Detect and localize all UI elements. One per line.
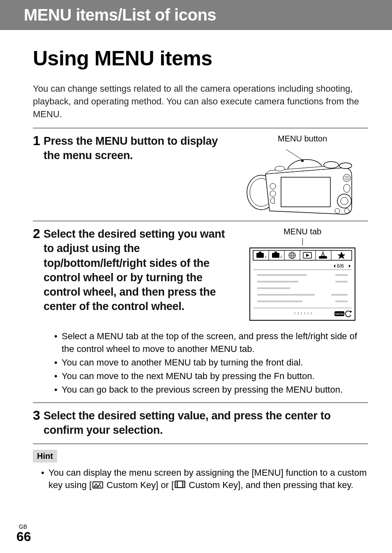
svg-rect-55	[311, 312, 312, 315]
svg-text:1: 1	[265, 255, 267, 259]
svg-text:2: 2	[280, 255, 282, 259]
step-2-bullet: You can go back to the previous screen b…	[54, 384, 368, 396]
pointer-line	[302, 238, 303, 245]
svg-rect-23	[256, 253, 264, 258]
hint-badge: Hint	[33, 450, 57, 463]
svg-rect-51	[297, 312, 299, 315]
step-2-instruction: Select the desired setting you want to a…	[44, 227, 228, 314]
step-2-number: 2	[33, 227, 40, 240]
svg-rect-6	[281, 177, 330, 207]
svg-rect-40	[257, 274, 307, 276]
svg-rect-35	[319, 256, 327, 259]
intro-paragraph: You can change settings related to all t…	[33, 83, 368, 120]
svg-point-3	[324, 162, 339, 168]
hint-bullets: You can display the menu screen by assig…	[33, 467, 368, 492]
svg-rect-42	[257, 281, 298, 282]
page-title: Using MENU items	[33, 46, 368, 70]
page-indicator-text: 6/6	[337, 263, 344, 269]
hint-section: Hint You can display the menu screen by …	[33, 450, 368, 492]
camera-illustration	[241, 145, 364, 215]
svg-rect-41	[335, 274, 348, 276]
svg-point-5	[275, 166, 285, 171]
hint-bullet: You can display the menu screen by assig…	[41, 467, 368, 492]
step-1-text-block: 1 Press the MENU button to display the m…	[33, 134, 228, 163]
svg-rect-53	[304, 312, 305, 315]
page-content: Using MENU items You can change settings…	[0, 30, 392, 492]
hint-text-part: Custom Key] or [	[104, 480, 174, 490]
step-3-instruction: Select the desired setting value, and pr…	[44, 409, 368, 437]
step-2-bullet: Select a MENU tab at the top of the scre…	[54, 330, 368, 356]
step-1-figure: MENU button	[237, 134, 368, 215]
svg-rect-47	[257, 301, 302, 302]
svg-point-4	[339, 163, 352, 169]
step-1-instruction: Press the MENU button to display the men…	[44, 134, 228, 163]
section-header-text: MENU items/List of icons	[24, 6, 216, 24]
page-footer: GB 66	[16, 523, 31, 543]
step-2: 2 Select the desired setting you want to…	[33, 221, 368, 327]
section-header: MENU items/List of icons	[0, 0, 392, 30]
svg-rect-52	[301, 312, 302, 315]
svg-point-7	[301, 160, 304, 162]
step-1-number: 1	[33, 134, 40, 147]
hint-text-part: Custom Key], and then pressing that key.	[186, 480, 353, 490]
svg-rect-45	[257, 294, 315, 296]
step-3-number: 3	[33, 409, 40, 422]
step-1: 1 Press the MENU button to display the m…	[33, 128, 368, 221]
svg-rect-43	[335, 281, 348, 282]
movie-custom-key-icon	[175, 479, 185, 492]
step-2-bullet: You can move to the next MENU tab by pre…	[54, 370, 368, 383]
svg-point-59	[99, 483, 101, 484]
svg-rect-54	[307, 312, 309, 315]
svg-rect-27	[274, 252, 277, 253]
svg-line-0	[286, 149, 302, 160]
svg-rect-46	[331, 294, 348, 296]
svg-rect-44	[257, 287, 290, 289]
step-1-caption: MENU button	[278, 134, 327, 143]
step-2-bullets: Select a MENU tab at the top of the scre…	[33, 330, 368, 396]
svg-rect-50	[294, 312, 295, 315]
photo-custom-key-icon	[92, 479, 103, 492]
menu-back-label: MENU	[335, 312, 345, 316]
step-2-caption: MENU tab	[284, 227, 321, 236]
svg-rect-24	[259, 252, 261, 253]
svg-rect-26	[272, 253, 279, 258]
step-3: 3 Select the desired setting value, and …	[33, 403, 368, 443]
footer-page-number: 66	[16, 530, 31, 543]
step-2-bullet: You can move to another MENU tab by turn…	[54, 356, 368, 369]
divider	[33, 444, 368, 444]
svg-rect-17	[253, 250, 352, 260]
menu-screen-illustration: 1 2	[249, 247, 356, 321]
svg-rect-48	[335, 301, 348, 302]
step-2-figure: MENU tab 1	[237, 227, 368, 321]
step-2-text-block: 2 Select the desired setting you want to…	[33, 227, 228, 314]
